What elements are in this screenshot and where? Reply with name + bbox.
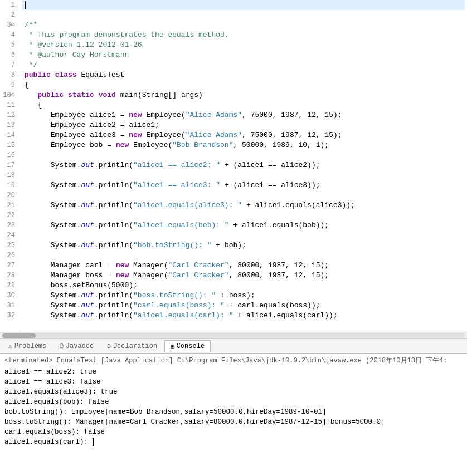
code-line-16	[22, 150, 465, 160]
code-line-24	[22, 230, 465, 241]
code-line-3: /**	[22, 20, 465, 30]
line-number-14: 14	[2, 130, 15, 140]
tab-console[interactable]: ▣Console	[164, 340, 211, 352]
code-content[interactable]: /** * This program demonstrates the equa…	[20, 0, 467, 332]
code-line-18	[22, 170, 465, 180]
code-line-26	[22, 251, 465, 261]
line-number-12: 12	[2, 110, 15, 120]
line-number-2: 2	[2, 10, 15, 20]
line-number-5: 5	[2, 40, 15, 50]
line-number-1: 1	[2, 0, 15, 10]
line-numbers: 123⊙45678910⊙111213141516171819202122232…	[0, 0, 20, 332]
line-number-22: 22	[2, 210, 15, 220]
line-number-30: 30	[2, 291, 15, 301]
code-line-32: System.out.println("alice1.equals(carl):…	[22, 311, 465, 321]
line-number-8: 8	[2, 70, 15, 80]
console-output-line-6: boss.toString(): Manager[name=Carl Crack…	[4, 417, 463, 427]
code-line-25: System.out.println("bob.toString(): " + …	[22, 241, 465, 251]
code-line-15: Employee bob = new Employee("Bob Brandso…	[22, 140, 465, 150]
console-terminated-line: <terminated> EqualsTest [Java Applicatio…	[4, 356, 463, 366]
line-number-4: 4	[2, 30, 15, 40]
code-line-12: Employee alice1 = new Employee("Alice Ad…	[22, 110, 465, 120]
code-line-21: System.out.println("alice1.equals(alice3…	[22, 200, 465, 210]
line-number-7: 7	[2, 60, 15, 70]
tab-label-problems: Problems	[14, 342, 47, 350]
code-line-5: * @version 1.12 2012-01-26	[22, 40, 465, 50]
line-number-18: 18	[2, 170, 15, 180]
console-output-line-4: alice1.equals(bob): false	[4, 397, 463, 407]
line-number-31: 31	[2, 301, 15, 311]
code-line-22	[22, 210, 465, 220]
line-number-11: 11	[2, 100, 15, 110]
line-number-26: 26	[2, 251, 15, 261]
code-line-14: Employee alice3 = new Employee("Alice Ad…	[22, 130, 465, 140]
code-container: 123⊙45678910⊙111213141516171819202122232…	[0, 0, 467, 332]
tab-icon-javadoc: @	[60, 343, 64, 350]
code-line-29: boss.setBonus(5000);	[22, 281, 465, 291]
tab-javadoc[interactable]: @Javadoc	[53, 340, 100, 352]
line-number-16: 16	[2, 150, 15, 160]
line-number-24: 24	[2, 230, 15, 241]
horizontal-scrollbar[interactable]	[0, 332, 467, 338]
code-line-31: System.out.println("carl.equals(boss): "…	[22, 301, 465, 311]
line-number-32: 32	[2, 311, 15, 321]
code-line-27: Manager carl = new Manager("Carl Cracker…	[22, 261, 465, 271]
code-line-8: public class EqualsTest	[22, 70, 465, 80]
code-line-17: System.out.println("alice1 == alice2: " …	[22, 160, 465, 170]
scrollbar-track[interactable]	[2, 333, 465, 338]
code-line-20	[22, 190, 465, 200]
line-number-29: 29	[2, 281, 15, 291]
console-output-line-1: alice1 == alice2: true	[4, 367, 463, 377]
console-area: <terminated> EqualsTest [Java Applicatio…	[0, 354, 467, 476]
code-line-6: * @author Cay Horstmann	[22, 50, 465, 60]
text-cursor	[25, 1, 26, 9]
line-number-13: 13	[2, 120, 15, 130]
console-output-line-2: alice1 == alice3: false	[4, 377, 463, 387]
code-line-2	[22, 10, 465, 20]
line-number-21: 21	[2, 200, 15, 210]
console-body[interactable]: <terminated> EqualsTest [Java Applicatio…	[0, 354, 467, 476]
line-number-10: 10⊙	[2, 90, 15, 100]
code-line-4: * This program demonstrates the equals m…	[22, 30, 465, 40]
line-number-25: 25	[2, 241, 15, 251]
line-number-28: 28	[2, 271, 15, 281]
tab-icon-problems: ⚠	[8, 342, 12, 350]
code-line-11: {	[22, 100, 465, 110]
console-output-line-5: bob.toString(): Employee[name=Bob Brands…	[4, 407, 463, 417]
line-number-20: 20	[2, 190, 15, 200]
code-line-10: public static void main(String[] args)	[22, 90, 465, 100]
line-number-3: 3⊙	[2, 20, 15, 30]
code-line-19: System.out.println("alice1 == alice3: " …	[22, 180, 465, 190]
code-line-28: Manager boss = new Manager("Carl Cracker…	[22, 271, 465, 281]
line-number-17: 17	[2, 160, 15, 170]
console-output-line-8: alice1.equals(carl):	[4, 437, 463, 447]
code-line-7: */	[22, 60, 465, 70]
code-line-23: System.out.println("alice1.equals(bob): …	[22, 220, 465, 230]
tab-declaration[interactable]: DDeclaration	[101, 340, 163, 352]
line-number-6: 6	[2, 50, 15, 60]
code-line-1	[22, 0, 465, 10]
console-cursor	[93, 438, 94, 446]
console-output-line-7: carl.equals(boss): false	[4, 427, 463, 437]
tab-label-console: Console	[177, 342, 205, 350]
code-line-13: Employee alice2 = alice1;	[22, 120, 465, 130]
console-output-line-3: alice1.equals(alice3): true	[4, 387, 463, 397]
line-number-15: 15	[2, 140, 15, 150]
line-number-19: 19	[2, 180, 15, 190]
code-line-9: {	[22, 80, 465, 90]
tab-problems[interactable]: ⚠Problems	[2, 340, 52, 352]
tab-icon-declaration: D	[107, 343, 111, 350]
tab-icon-console: ▣	[171, 342, 174, 350]
tab-label-javadoc: Javadoc	[66, 342, 94, 350]
tab-label-declaration: Declaration	[113, 342, 157, 350]
code-line-30: System.out.println("boss.toString(): " +…	[22, 291, 465, 301]
scrollbar-thumb[interactable]	[2, 333, 36, 338]
line-number-23: 23	[2, 220, 15, 230]
line-number-27: 27	[2, 261, 15, 271]
line-number-9: 9	[2, 80, 15, 90]
tabs-bar: ⚠Problems@JavadocDDeclaration▣Console	[0, 339, 467, 354]
editor-area: 123⊙45678910⊙111213141516171819202122232…	[0, 0, 467, 339]
